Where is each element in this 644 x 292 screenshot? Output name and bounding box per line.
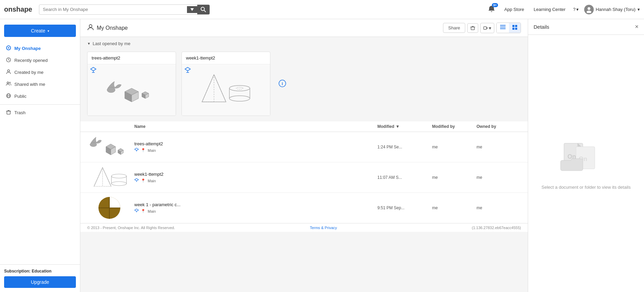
sidebar-item-label-my-onshape: My Onshape — [14, 46, 41, 51]
details-placeholder-text: Select a document or folder to view its … — [541, 184, 631, 191]
search-input[interactable] — [39, 5, 187, 14]
home-icon — [5, 45, 12, 52]
list-view-btn[interactable] — [497, 23, 509, 33]
learningcenter-link[interactable]: Learning Center — [532, 5, 567, 13]
info-icon-btn[interactable]: i — [279, 80, 286, 88]
svg-rect-22 — [471, 27, 474, 30]
svg-line-2 — [204, 10, 206, 12]
col-name[interactable]: Name — [132, 124, 377, 129]
svg-rect-29 — [500, 25, 506, 26]
svg-rect-31 — [500, 28, 506, 29]
grid-view-btn[interactable] — [509, 23, 521, 33]
sidebar-item-recently-opened[interactable]: Recently opened — [0, 54, 80, 66]
sidebar-item-created-by-me[interactable]: Created by me — [0, 66, 80, 78]
details-placeholder-graphic: On On — [559, 136, 614, 178]
sidebar-item-shared-with-me[interactable]: Shared with me — [0, 78, 80, 90]
svg-point-6 — [8, 47, 9, 49]
svg-marker-79 — [135, 178, 138, 181]
svg-marker-28 — [486, 27, 488, 29]
sidebar-item-trash[interactable]: Trash — [0, 107, 80, 119]
list-modby-2: me — [432, 175, 477, 180]
doc-card-week1-ttempt2[interactable]: week1-ttempt2 — [182, 52, 270, 116]
sidebar-item-label-trash: Trash — [14, 110, 26, 115]
cards-row: trees-attempt2 — [80, 49, 528, 121]
list-modby-1: me — [432, 145, 477, 149]
user-name: Hannah Shay (Toru) — [596, 7, 635, 12]
notifications-btn[interactable]: 9+ — [486, 4, 497, 15]
section-header: ▼ Last opened by me — [80, 37, 528, 49]
list-ownby-2: me — [477, 175, 521, 180]
svg-line-51 — [214, 75, 226, 102]
search-dropdown-btn[interactable] — [187, 6, 197, 13]
list-item[interactable]: week1-ttempt2 📍 Main 11:07 AM S... me me — [80, 162, 528, 193]
sidebar-item-public[interactable]: Public — [0, 90, 80, 102]
copyright: © 2013 - Present, Onshape Inc. All Right… — [87, 226, 175, 230]
svg-marker-69 — [135, 148, 138, 150]
item-name: week 1 - parametric c... — [134, 202, 377, 207]
search-bar[interactable] — [39, 4, 210, 15]
pin-icon: 📍 — [141, 148, 146, 152]
logo: onshape — [4, 5, 32, 13]
svg-marker-84 — [135, 209, 138, 211]
list-item[interactable]: week 1 - parametric c... 📍 Main 9:51 PM … — [80, 193, 528, 223]
list-modified-2: 11:07 AM S... — [377, 175, 432, 180]
branch-label: Main — [148, 148, 156, 152]
create-caret-icon: ▾ — [48, 29, 49, 33]
avatar — [584, 5, 594, 14]
svg-rect-16 — [7, 111, 10, 114]
sidebar-item-label-recently-opened: Recently opened — [14, 58, 48, 63]
help-chevron-icon: ▾ — [576, 7, 579, 12]
doc-card-title-2: week1-ttempt2 — [182, 52, 270, 64]
delete-button[interactable] — [467, 23, 478, 33]
sidebar-item-label-created-by-me: Created by me — [14, 70, 43, 75]
doc-card-title: trees-attempt2 — [88, 52, 176, 64]
svg-rect-34 — [512, 28, 514, 30]
user-btn[interactable]: Hannah Shay (Toru) ▾ — [584, 5, 640, 14]
branch-label: Main — [148, 209, 156, 213]
doc-card-trees-attempt2[interactable]: trees-attempt2 — [87, 52, 176, 116]
item-name: trees-attempt2 — [134, 141, 377, 146]
details-panel: Details × On On Select a docume — [528, 19, 644, 292]
svg-point-62 — [90, 143, 97, 147]
item-sub: 📍 Main — [134, 178, 377, 184]
create-button[interactable]: Create ▾ — [4, 25, 76, 37]
sidebar-item-my-onshape[interactable]: My Onshape — [0, 42, 80, 54]
view-toggle — [496, 23, 521, 33]
help-btn[interactable]: ? ▾ — [573, 7, 578, 12]
clock-icon — [5, 57, 12, 64]
svg-rect-27 — [484, 27, 486, 29]
svg-rect-32 — [512, 25, 514, 27]
item-sub: 📍 Main — [134, 148, 377, 153]
topbar: onshape 9+ App Store Learning Center ? ▾ — [0, 0, 644, 19]
branch-label: Main — [148, 179, 156, 183]
svg-marker-49 — [202, 75, 226, 102]
upgrade-button[interactable]: Upgrade — [4, 276, 76, 288]
svg-point-11 — [7, 82, 9, 84]
list-modified-1: 1:24 PM Se... — [377, 145, 432, 149]
list-thumb-1 — [87, 135, 132, 159]
svg-point-4 — [587, 11, 591, 13]
details-close-btn[interactable]: × — [635, 23, 639, 30]
globe-icon — [5, 93, 12, 99]
pin-icon: 📍 — [141, 178, 146, 183]
svg-line-73 — [103, 168, 111, 186]
collapse-icon[interactable]: ▼ — [87, 42, 91, 45]
list-name-cell-3: week 1 - parametric c... 📍 Main — [132, 202, 377, 214]
list-thumb-3 — [87, 196, 132, 220]
appstore-link[interactable]: App Store — [502, 5, 526, 13]
terms-link[interactable]: Terms & Privacy — [310, 226, 337, 230]
version: (1.136.27832.eb67eacc4555) — [472, 226, 521, 230]
item-sub: 📍 Main — [134, 209, 377, 214]
student-badge — [134, 178, 139, 184]
toolbar-right: Share ▾ — [443, 23, 521, 33]
main-layout: Create ▾ My Onshape Recently opened Crea… — [0, 19, 644, 292]
search-submit-btn[interactable] — [197, 5, 210, 14]
footer: © 2013 - Present, Onshape Inc. All Right… — [80, 223, 528, 232]
svg-point-59 — [236, 87, 243, 89]
svg-marker-0 — [190, 8, 194, 11]
list-item[interactable]: trees-attempt2 📍 Main 1:24 PM Se... me m… — [80, 132, 528, 162]
label-button[interactable]: ▾ — [480, 23, 494, 33]
share-button[interactable]: Share — [443, 23, 465, 33]
col-modified[interactable]: Modified ▼ — [377, 124, 432, 129]
user-chevron-icon: ▾ — [638, 7, 640, 12]
